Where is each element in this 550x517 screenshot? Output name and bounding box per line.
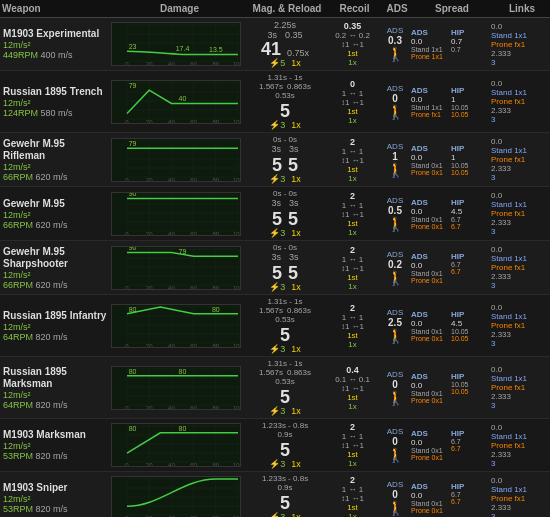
mag-reload: 1.31s - 1s 1.567s0.863s 0.53s 5 ⚡31x xyxy=(245,357,325,418)
spread-info: ADS 0.0 Stand 0x1 Prone 0x1 HIP 10.05 10… xyxy=(410,357,490,418)
svg-text:80: 80 xyxy=(129,305,137,312)
table-row: Russian 1895 Marksman 12m/s² 64RPM 820 m… xyxy=(0,357,550,419)
spread-info: ADS 0.0 Stand 0x1 Prone 0x1 HIP 1 10.05 … xyxy=(410,133,490,186)
weapon-info: Gewehr M.95 12m/s² 66RPM 620 m/s xyxy=(0,187,110,240)
spread-info: ADS 0.0 Stand 1x1 Prone fx1 HIP 1 10.05 … xyxy=(410,71,490,132)
svg-text:100: 100 xyxy=(127,477,139,478)
recoil-info: 2 1 ↔ 1 ↕1 ↔1 1st 1x xyxy=(325,187,380,240)
weapon-rpm: 12m/s² xyxy=(3,270,107,280)
svg-text:100: 100 xyxy=(233,462,240,467)
weapon-name: M1903 Marksman xyxy=(3,429,107,441)
svg-text:80: 80 xyxy=(179,425,187,432)
svg-text:80: 80 xyxy=(212,343,219,348)
table-row: M1903 Experimental 12m/s² 449RPM 400 m/s… xyxy=(0,18,550,71)
ads-info: ADS 0 🚶 xyxy=(380,357,410,418)
svg-text:60: 60 xyxy=(190,177,197,182)
svg-text:100: 100 xyxy=(233,61,240,66)
mag-reload: 1.31s - 1s 1.567s0.863s 0.53s 5 ⚡31x xyxy=(245,71,325,132)
links-info: 0.0 Stand 1x1 Prone fx1 2.333 3 xyxy=(490,295,550,356)
weapon-info: M1903 Marksman 12m/s² 53RPM 820 m/s xyxy=(0,419,110,471)
weapon-rpm-speed: 66RPM 620 m/s xyxy=(3,280,107,290)
weapon-rpm-speed: 53RPM 820 m/s xyxy=(3,504,107,514)
svg-text:20: 20 xyxy=(146,177,153,182)
svg-text:80: 80 xyxy=(212,285,219,290)
spread-info: ADS 0.0 Stand 0x1 Prone 0x1 HIP 6.7 6.7 xyxy=(410,419,490,471)
ads-info: ADS 0 🚶 xyxy=(380,472,410,517)
spread-info: ADS 0.0 Stand 0x1 Prone 0x1 HIP 6.7 6.7 xyxy=(410,472,490,517)
table-row: Gewehr M.95 Rifleman 12m/s² 66RPM 620 m/… xyxy=(0,133,550,187)
links-info: 0.0 Stand 1x1 Prone fx1 2.333 3 xyxy=(490,419,550,471)
svg-text:90: 90 xyxy=(129,247,137,251)
ads-info: ADS 0.3 🚶 xyxy=(380,18,410,70)
svg-text:20: 20 xyxy=(146,231,153,236)
spread-info: ADS 0.0 Stand 0x1 Prone 0x1 HIP 4.5 10.0… xyxy=(410,295,490,356)
weapon-rpm: 12m/s² xyxy=(3,98,107,108)
mag-reload: 0s - 0s 3s3s 5 5 ⚡31x xyxy=(245,187,325,240)
recoil-info: 0.35 0.2 ↔ 0.2 ↕1 ↔1 1st 1x xyxy=(325,18,380,70)
svg-text:40: 40 xyxy=(179,95,187,102)
svg-text:13.5: 13.5 xyxy=(209,46,223,53)
weapon-info: Russian 1895 Marksman 12m/s² 64RPM 820 m… xyxy=(0,357,110,418)
weapon-info: Russian 1895 Infantry 12m/s² 64RPM 820 m… xyxy=(0,295,110,356)
weapon-rpm: 12m/s² xyxy=(3,494,107,504)
links-info: 0.0 Stand 1x1 Prone fx1 2.333 3 xyxy=(490,133,550,186)
weapon-name: Russian 1895 Infantry xyxy=(3,310,107,322)
recoil-info: 2 1 ↔ 1 ↕1 ↔1 1st 1x xyxy=(325,472,380,517)
weapon-info: Gewehr M.95 Sharpshooter 12m/s² 66RPM 62… xyxy=(0,241,110,294)
svg-text:20: 20 xyxy=(146,343,153,348)
svg-text:17.4: 17.4 xyxy=(176,45,190,52)
col-header-damage: Damage xyxy=(112,3,247,14)
spread-info: ADS 0.0 Stand 1x1 Prone 1x1 HIP 0.7 0.7 xyxy=(410,18,490,70)
svg-text:79: 79 xyxy=(129,82,137,89)
links-info: 0.0 Stand 1x1 Prone fx1 2.333 3 xyxy=(490,241,550,294)
col-header-weapon: Weapon xyxy=(2,3,112,14)
svg-text:60: 60 xyxy=(190,405,197,410)
svg-text:40: 40 xyxy=(168,462,175,467)
svg-text:79: 79 xyxy=(179,248,187,255)
svg-text:80: 80 xyxy=(129,425,137,432)
weapon-info: M1903 Sniper 12m/s² 53RPM 820 m/s xyxy=(0,472,110,517)
svg-text:80: 80 xyxy=(212,119,219,124)
svg-text:20: 20 xyxy=(146,462,153,467)
ads-info: ADS 0 🚶 xyxy=(380,419,410,471)
ads-info: ADS 0 🚶 xyxy=(380,71,410,132)
header-row: Weapon Damage Mag. & Reload Recoil ADS S… xyxy=(0,0,550,18)
damage-chart: 0204060801008010080 xyxy=(110,295,245,356)
svg-text:60: 60 xyxy=(190,462,197,467)
recoil-info: 2 1 ↔ 1 ↕1 ↔1 1st 1x xyxy=(325,419,380,471)
table-row: Russian 1895 Infantry 12m/s² 64RPM 820 m… xyxy=(0,295,550,357)
recoil-info: 0.4 0.1 ↔ 0.1 ↕1 ↔1 1st 1x xyxy=(325,357,380,418)
svg-text:100: 100 xyxy=(177,305,189,306)
svg-text:60: 60 xyxy=(190,285,197,290)
weapon-rpm: 12m/s² xyxy=(3,40,107,50)
weapon-rpm-speed: 64RPM 820 m/s xyxy=(3,400,107,410)
svg-text:100: 100 xyxy=(233,177,240,182)
ads-info: ADS 0.5 🚶 xyxy=(380,187,410,240)
damage-chart: 02040608010079 xyxy=(110,133,245,186)
weapon-rpm-speed: 449RPM 400 m/s xyxy=(3,50,107,60)
recoil-info: 2 1 ↔ 1 ↕1 ↔1 1st 1x xyxy=(325,133,380,186)
weapon-rpm: 12m/s² xyxy=(3,162,107,172)
weapon-rpm-speed: 124RPM 580 m/s xyxy=(3,108,107,118)
weapon-info: Gewehr M.95 Rifleman 12m/s² 66RPM 620 m/… xyxy=(0,133,110,186)
col-header-recoil: Recoil xyxy=(327,3,382,14)
mag-reload: 2.25s 3s 0.35 41 0.75x ⚡51x xyxy=(245,18,325,70)
weapon-rpm-speed: 66RPM 620 m/s xyxy=(3,220,107,230)
svg-text:80: 80 xyxy=(212,61,219,66)
damage-chart: 0204060801009079 xyxy=(110,241,245,294)
svg-text:60: 60 xyxy=(190,61,197,66)
svg-text:80: 80 xyxy=(212,231,219,236)
svg-text:79: 79 xyxy=(129,140,137,147)
col-header-mag: Mag. & Reload xyxy=(247,3,327,14)
weapons-table: M1903 Experimental 12m/s² 449RPM 400 m/s… xyxy=(0,18,550,517)
svg-text:60: 60 xyxy=(190,231,197,236)
svg-text:20: 20 xyxy=(146,119,153,124)
links-info: 0.0 Stand 1x1 Prone fx1 2.333 3 xyxy=(490,357,550,418)
links-info: 0.0 Stand 1x1 Prone fx1 2.333 3 xyxy=(490,187,550,240)
svg-text:80: 80 xyxy=(212,462,219,467)
svg-text:40: 40 xyxy=(168,177,175,182)
mag-reload: 1.31s - 1s 1.567s0.863s 0.53s 5 ⚡31x xyxy=(245,295,325,356)
damage-chart: 0204060801002317.413.5 xyxy=(110,18,245,70)
table-row: Russian 1895 Trench 12m/s² 124RPM 580 m/… xyxy=(0,71,550,133)
svg-text:20: 20 xyxy=(146,285,153,290)
